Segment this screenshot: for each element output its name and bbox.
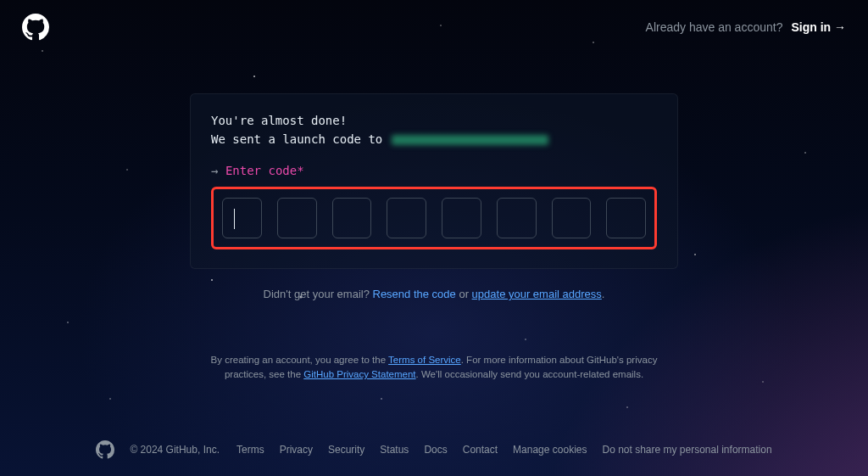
legal-part-3: . We'll occasionally send you account-re… <box>416 369 644 379</box>
resend-suffix: . <box>602 288 605 300</box>
github-logo[interactable] <box>22 14 49 41</box>
verification-card: You're almost done! We sent a launch cod… <box>190 93 678 269</box>
launch-code-sent-text: We sent a launch code to <box>211 130 657 148</box>
privacy-statement-link[interactable]: GitHub Privacy Statement <box>303 369 415 379</box>
footer-link-contact[interactable]: Contact <box>463 444 498 456</box>
code-digit-7[interactable] <box>552 198 592 238</box>
terms-of-service-link[interactable]: Terms of Service <box>388 355 461 365</box>
resend-row: Didn't get your email? Resend the code o… <box>0 288 868 300</box>
footer-link-privacy[interactable]: Privacy <box>280 444 313 456</box>
code-digit-5[interactable] <box>442 198 481 238</box>
redacted-email <box>392 135 548 145</box>
code-digit-6[interactable] <box>497 198 537 238</box>
code-digit-1[interactable] <box>222 198 262 238</box>
footer-link-docs[interactable]: Docs <box>424 444 447 456</box>
prompt-arrow-icon: → <box>211 164 218 177</box>
sign-in-link[interactable]: Sign in → <box>791 20 846 34</box>
footer-github-logo[interactable] <box>96 440 114 459</box>
code-input-highlight <box>211 187 657 249</box>
enter-code-prompt: → Enter code* <box>211 161 657 180</box>
resend-or: or <box>456 288 472 300</box>
launch-code-prefix: We sent a launch code to <box>211 132 382 146</box>
footer: © 2024 GitHub, Inc. Terms Privacy Securi… <box>0 440 868 459</box>
footer-link-terms[interactable]: Terms <box>236 444 264 456</box>
code-digit-3[interactable] <box>332 198 372 238</box>
footer-link-do-not-share[interactable]: Do not share my personal information <box>602 444 771 456</box>
github-mark-icon <box>22 14 49 41</box>
update-email-link[interactable]: update your email address <box>472 288 602 300</box>
github-mark-icon <box>96 440 114 459</box>
footer-link-security[interactable]: Security <box>328 444 364 456</box>
footer-link-status[interactable]: Status <box>380 444 409 456</box>
legal-text: By creating an account, you agree to the… <box>197 353 671 383</box>
footer-copyright: © 2024 GitHub, Inc. <box>130 444 220 456</box>
already-have-account-text: Already have an account? <box>646 20 783 34</box>
enter-code-label: Enter code* <box>225 164 304 177</box>
resend-prefix: Didn't get your email? <box>264 288 373 300</box>
legal-part-1: By creating an account, you agree to the <box>211 355 388 365</box>
almost-done-text: You're almost done! <box>211 111 657 130</box>
code-digit-2[interactable] <box>277 198 317 238</box>
code-digit-4[interactable] <box>387 198 426 238</box>
footer-link-manage-cookies[interactable]: Manage cookies <box>513 444 587 456</box>
resend-code-link[interactable]: Resend the code <box>373 288 456 300</box>
code-digit-8[interactable] <box>606 198 646 238</box>
